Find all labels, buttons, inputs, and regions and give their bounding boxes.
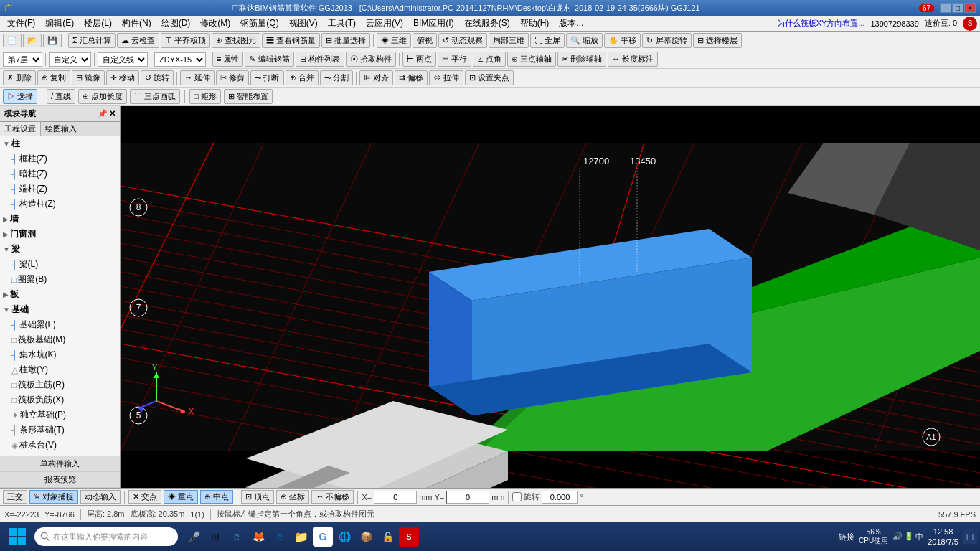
btn-pan[interactable]: ✋ 平移 bbox=[604, 33, 641, 48]
tree-item-found-beam[interactable]: ┤基础梁(F) bbox=[0, 317, 120, 332]
btn-smart-place[interactable]: ⊞ 智能布置 bbox=[224, 89, 273, 104]
floor-type-select[interactable]: 自定义 bbox=[49, 52, 91, 67]
btn-line[interactable]: / 直线 bbox=[47, 89, 75, 104]
user-icon[interactable]: S bbox=[963, 17, 977, 31]
btn-properties[interactable]: ≡ 属性 bbox=[212, 52, 243, 67]
menu-draw[interactable]: 绘图(D) bbox=[157, 16, 195, 31]
btn-zoom[interactable]: 🔍 缩放 bbox=[566, 33, 603, 48]
tree-item-col-cap[interactable]: △柱墩(Y) bbox=[0, 362, 120, 377]
btn-open[interactable]: 📂 bbox=[23, 34, 42, 47]
x-input[interactable] bbox=[374, 491, 417, 504]
btn-extend[interactable]: ↔ 延伸 bbox=[180, 70, 215, 85]
btn-grip[interactable]: ⊡ 设置夹点 bbox=[465, 70, 514, 85]
menu-modify[interactable]: 修改(M) bbox=[196, 16, 235, 31]
taskbar-icon-task[interactable]: ⊞ bbox=[205, 527, 225, 547]
btn-align-top[interactable]: ⊤ 平齐板顶 bbox=[161, 33, 210, 48]
rotate-checkbox[interactable] bbox=[512, 492, 522, 501]
maximize-button[interactable]: □ bbox=[952, 3, 963, 13]
tree-item-end-col[interactable]: ┤端柱(Z) bbox=[0, 182, 120, 197]
tree-item-foundation[interactable]: ▼基础 bbox=[0, 302, 120, 317]
btn-fullscreen[interactable]: ⛶ 全屏 bbox=[530, 33, 565, 48]
tree-item-isolated[interactable]: ✦独立基础(P) bbox=[0, 408, 120, 423]
btn-center[interactable]: ⊕ 中点 bbox=[200, 490, 233, 504]
btn-3d[interactable]: ◈ 三维 bbox=[377, 33, 411, 48]
tree-item-column[interactable]: ▼柱 bbox=[0, 136, 120, 151]
menu-file[interactable]: 文件(F) bbox=[3, 16, 39, 31]
btn-new[interactable]: 📄 bbox=[3, 34, 22, 47]
btn-cloud-check[interactable]: ☁ 云检查 bbox=[117, 33, 159, 48]
btn-dynamic[interactable]: ↺ 动态观察 bbox=[438, 33, 487, 48]
btn-intersection[interactable]: ✕ 交点 bbox=[128, 490, 161, 504]
btn-report[interactable]: 报表预览 bbox=[0, 472, 120, 488]
menu-view[interactable]: 视图(V) bbox=[285, 16, 322, 31]
y-input[interactable] bbox=[446, 491, 489, 504]
minimize-button[interactable]: — bbox=[940, 3, 951, 13]
btn-split[interactable]: ⊸ 分割 bbox=[320, 70, 353, 85]
tree-item-beam[interactable]: ▼梁 bbox=[0, 242, 120, 257]
tree-item-beam-l[interactable]: ┤梁(L) bbox=[0, 257, 120, 272]
btn-screen-rotate[interactable]: ↻ 屏幕旋转 bbox=[642, 33, 691, 48]
btn-pick[interactable]: ☉ 拾取构件 bbox=[346, 52, 396, 67]
menu-help[interactable]: 帮助(H) bbox=[516, 16, 554, 31]
menu-member[interactable]: 构件(N) bbox=[118, 16, 156, 31]
btn-rect[interactable]: □ 矩形 bbox=[189, 89, 221, 104]
menu-edit[interactable]: 编辑(E) bbox=[41, 16, 78, 31]
notification[interactable]: □ bbox=[963, 529, 977, 544]
btn-copy[interactable]: ⊕ 复制 bbox=[37, 70, 70, 85]
taskbar-icon-app5[interactable]: S bbox=[399, 527, 419, 547]
tree-item-dark-col[interactable]: ┤暗柱(Z) bbox=[0, 166, 120, 182]
btn-del-axis[interactable]: ✂ 删除辅轴 bbox=[557, 52, 606, 67]
tree-item-strip[interactable]: ┤条形基础(T) bbox=[0, 423, 120, 438]
btn-align[interactable]: ⊫ 对齐 bbox=[359, 70, 393, 85]
btn-member-list[interactable]: ⊟ 构件列表 bbox=[296, 52, 344, 67]
btn-coord[interactable]: ⊕ 坐标 bbox=[276, 490, 309, 504]
taskbar-icon-firefox[interactable]: 🦊 bbox=[248, 527, 268, 547]
btn-select[interactable]: ▷ 选择 bbox=[3, 89, 37, 104]
taskbar-icon-app4[interactable]: 🔒 bbox=[377, 527, 397, 547]
btn-point-angle[interactable]: ∠ 点角 bbox=[473, 52, 506, 67]
taskbar-icon-app3[interactable]: 📦 bbox=[356, 527, 376, 547]
btn-batch[interactable]: ⊞ 批量选择 bbox=[321, 33, 370, 48]
menu-service[interactable]: 在线服务(S) bbox=[460, 16, 514, 31]
tree-item-pile-cap[interactable]: ◈桩承台(V) bbox=[0, 438, 120, 453]
tree-item-wall[interactable]: ▶墙 bbox=[0, 212, 120, 227]
menu-bim[interactable]: BIM应用(I) bbox=[409, 16, 458, 31]
btn-three-arc[interactable]: ⌒ 三点画弧 bbox=[130, 89, 180, 104]
btn-top-view[interactable]: 俯视 bbox=[413, 33, 437, 48]
tree-item-raft-neg[interactable]: □筏板负筋(X) bbox=[0, 392, 120, 408]
btn-move[interactable]: ✛ 移动 bbox=[106, 70, 139, 85]
btn-two-points[interactable]: ⊢ 两点 bbox=[402, 52, 436, 67]
btn-no-offset[interactable]: ↔ 不偏移 bbox=[311, 490, 354, 504]
menu-rebar[interactable]: 钢筋量(Q) bbox=[236, 16, 283, 31]
taskbar-icon-g[interactable]: G bbox=[313, 527, 333, 547]
viewport[interactable]: 12700 13450 8 7 5 bbox=[121, 106, 980, 488]
tree-item-raft[interactable]: □筏板基础(M) bbox=[0, 332, 120, 347]
menu-cloud[interactable]: 云应用(V) bbox=[362, 16, 407, 31]
menu-floor[interactable]: 楼层(L) bbox=[80, 16, 116, 31]
btn-stretch[interactable]: ⇔ 拉伸 bbox=[429, 70, 463, 85]
btn-rotate[interactable]: ↺ 旋转 bbox=[141, 70, 174, 85]
btn-single-member[interactable]: 单构件输入 bbox=[0, 456, 120, 472]
tree-item-opening[interactable]: ▶门窗洞 bbox=[0, 227, 120, 242]
btn-three-axis[interactable]: ⊕ 三点辅轴 bbox=[507, 52, 556, 67]
nav-pin[interactable]: 📌 bbox=[98, 109, 108, 118]
btn-local-3d[interactable]: 局部三维 bbox=[489, 33, 529, 48]
btn-vertex[interactable]: ⊡ 顶点 bbox=[241, 490, 274, 504]
menu-tools[interactable]: 工具(T) bbox=[324, 16, 360, 31]
menu-version[interactable]: 版本... bbox=[555, 16, 588, 31]
btn-point-length[interactable]: ⊕ 点加长度 bbox=[78, 89, 127, 104]
rotate-input[interactable] bbox=[542, 491, 578, 504]
taskbar-search[interactable]: 在这里输入你要搜索的内容 bbox=[34, 527, 178, 546]
tree-item-frame-col[interactable]: ┤框柱(Z) bbox=[0, 151, 120, 166]
btn-calc[interactable]: Σ 汇总计算 bbox=[68, 33, 116, 48]
taskbar-icon-ie[interactable]: e bbox=[227, 527, 247, 547]
btn-find[interactable]: ⊕ 查找图元 bbox=[212, 33, 260, 48]
btn-break[interactable]: ⊸ 打断 bbox=[250, 70, 283, 85]
btn-edit-rebar[interactable]: ✎ 编辑钢筋 bbox=[245, 52, 293, 67]
btn-offset[interactable]: ⇉ 偏移 bbox=[395, 70, 428, 85]
btn-view-rebar[interactable]: ☰ 查看钢筋量 bbox=[262, 33, 320, 48]
taskbar-icon-mic[interactable]: 🎤 bbox=[184, 527, 204, 547]
nav-close[interactable]: ✕ bbox=[109, 109, 116, 118]
btn-save[interactable]: 💾 bbox=[43, 34, 62, 47]
btn-select-floor[interactable]: ⊟ 选择楼层 bbox=[693, 33, 742, 48]
